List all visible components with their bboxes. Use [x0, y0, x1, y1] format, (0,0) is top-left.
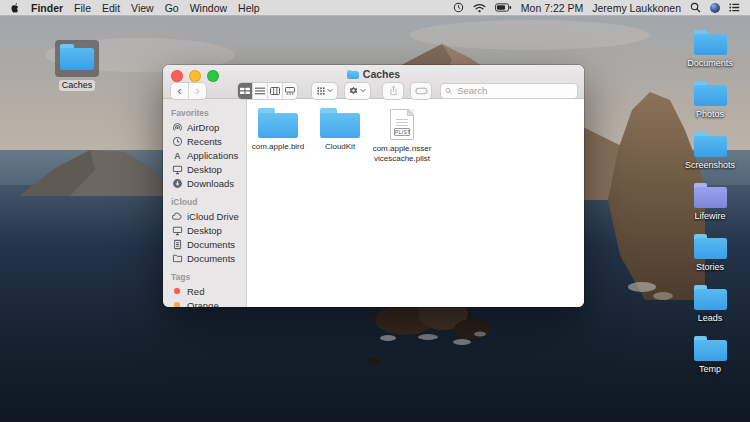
wifi-icon[interactable] — [473, 3, 486, 13]
group-menu — [311, 82, 338, 100]
recents-icon — [171, 136, 183, 147]
folder-icon — [694, 30, 727, 55]
desktop-icon-caches[interactable]: Caches — [53, 40, 101, 91]
sidebar-item-orange[interactable]: Orange — [171, 298, 246, 307]
menu-window[interactable]: Window — [190, 2, 227, 14]
desktop-folder-leads[interactable]: Leads — [694, 285, 727, 336]
desktop-folder-photos[interactable]: Photos — [694, 81, 727, 132]
file-item-com-apple-nsservicescache-plist[interactable]: PLISTcom.apple.nsservicescache.plist — [371, 108, 433, 163]
menu-help[interactable]: Help — [238, 2, 260, 14]
menu-view[interactable]: View — [131, 2, 154, 14]
sidebar-item-label: Recents — [187, 136, 222, 147]
menu-user-name[interactable]: Jeremy Laukkonen — [592, 2, 681, 14]
back-button[interactable]: ‹ — [171, 83, 188, 99]
folder-icon — [320, 108, 360, 138]
grid-icon — [317, 87, 325, 95]
file-item-com-apple-bird[interactable]: com.apple.bird — [247, 108, 309, 152]
action-menu — [344, 82, 371, 100]
minimize-button[interactable] — [189, 70, 201, 82]
file-item-cloudkit[interactable]: CloudKit — [309, 108, 371, 152]
traffic-lights — [171, 70, 219, 82]
icon-view-button[interactable] — [238, 83, 252, 99]
clock-icon[interactable] — [453, 2, 464, 13]
menu-bar: Finder FileEditViewGoWindowHelp Mon 7:22… — [0, 0, 750, 16]
window-body: Favorites AirDrop RecentsA Applications … — [163, 99, 584, 307]
search-input[interactable] — [455, 84, 573, 97]
sidebar-item-documents[interactable]: Documents — [171, 251, 246, 265]
apple-logo-icon — [10, 2, 20, 14]
search-field[interactable] — [440, 83, 578, 99]
desktop-folder-lifewire[interactable]: Lifewire — [694, 183, 727, 234]
tag-icon — [415, 87, 428, 95]
sidebar-item-red[interactable]: Red — [171, 284, 246, 298]
siri-icon[interactable] — [710, 3, 720, 13]
desktop-folder-documents[interactable]: Documents — [687, 30, 733, 81]
desktop-folder-column: Documents Photos Screenshots Lifewire St… — [678, 30, 742, 387]
share-button[interactable] — [383, 83, 403, 99]
sidebar-item-desktop[interactable]: Desktop — [171, 162, 246, 176]
menu-edit[interactable]: Edit — [102, 2, 120, 14]
sidebar-item-recents[interactable]: Recents — [171, 134, 246, 148]
selection-highlight — [55, 40, 99, 77]
folder-icon — [694, 234, 727, 259]
group-by-button[interactable] — [312, 83, 337, 99]
desktop-folder-label: Photos — [696, 109, 724, 119]
gallery-view-button[interactable] — [282, 83, 297, 99]
sidebar-item-icloud-drive[interactable]: iCloud Drive — [171, 209, 246, 223]
column-view-button[interactable] — [267, 83, 282, 99]
folder-icon — [347, 70, 359, 79]
desktop-folder-screenshots[interactable]: Screenshots — [685, 132, 735, 183]
desktop-folder-label: Lifewire — [694, 211, 725, 221]
sidebar-item-label: Desktop — [187, 225, 222, 236]
icloud-icon — [171, 211, 183, 221]
finder-sidebar: Favorites AirDrop RecentsA Applications … — [163, 99, 247, 307]
window-header[interactable]: Caches ‹ › — [163, 65, 584, 99]
documents-icon — [171, 239, 183, 250]
title-row: Caches — [163, 65, 584, 81]
sidebar-item-downloads[interactable]: Downloads — [171, 176, 246, 190]
sidebar-item-desktop[interactable]: Desktop — [171, 223, 246, 237]
search-icon — [445, 87, 452, 95]
zoom-button[interactable] — [207, 70, 219, 82]
battery-icon[interactable] — [495, 3, 512, 12]
desktop-folder-label: Leads — [698, 313, 723, 323]
spotlight-search-icon[interactable] — [690, 2, 701, 13]
applications-icon: A — [171, 150, 183, 161]
tag-dot-icon — [171, 286, 183, 296]
sidebar-item-label: AirDrop — [187, 122, 219, 133]
edit-tags-button[interactable] — [411, 83, 431, 99]
file-browser-content[interactable]: com.apple.bird CloudKit PLISTcom.apple.n… — [247, 99, 584, 307]
list-view-button[interactable] — [252, 83, 267, 99]
desktop-folder-temp[interactable]: Temp — [694, 336, 727, 387]
plist-badge: PLIST — [394, 128, 410, 136]
forward-button[interactable]: › — [188, 83, 206, 99]
menu-bar-status: Mon 7:22 PM Jeremy Laukkonen — [453, 2, 740, 14]
chevron-down-icon — [327, 88, 333, 93]
sidebar-item-label: Documents — [187, 253, 235, 264]
share-icon — [389, 85, 398, 96]
tags-group — [410, 82, 432, 100]
menu-file[interactable]: File — [74, 2, 91, 14]
sidebar-item-airdrop[interactable]: AirDrop — [171, 120, 246, 134]
folder-icon — [60, 44, 94, 70]
desktop-icon — [171, 225, 183, 236]
desktop-folder-stories[interactable]: Stories — [694, 234, 727, 285]
close-button[interactable] — [171, 70, 183, 82]
sidebar-item-documents[interactable]: Documents — [171, 237, 246, 251]
menu-bar-left: Finder FileEditViewGoWindowHelp — [10, 2, 260, 14]
action-gear-button[interactable] — [345, 83, 370, 99]
menu-app-name[interactable]: Finder — [31, 2, 63, 14]
desktop-icon — [171, 164, 183, 175]
folder-icon — [694, 132, 727, 157]
menu-clock-text[interactable]: Mon 7:22 PM — [521, 2, 583, 14]
title-folder-icon — [347, 65, 359, 83]
sidebar-item-applications[interactable]: A Applications — [171, 148, 246, 162]
chevron-down-icon — [360, 88, 366, 93]
tag-dot-icon — [171, 300, 183, 307]
notification-center-icon[interactable] — [729, 3, 740, 12]
plist-file-icon: PLIST — [390, 109, 414, 140]
apple-menu[interactable] — [10, 2, 20, 14]
menu-go[interactable]: Go — [165, 2, 179, 14]
sidebar-item-label: Desktop — [187, 164, 222, 175]
file-item-label: com.apple.nsservicescache.plist — [372, 144, 432, 163]
